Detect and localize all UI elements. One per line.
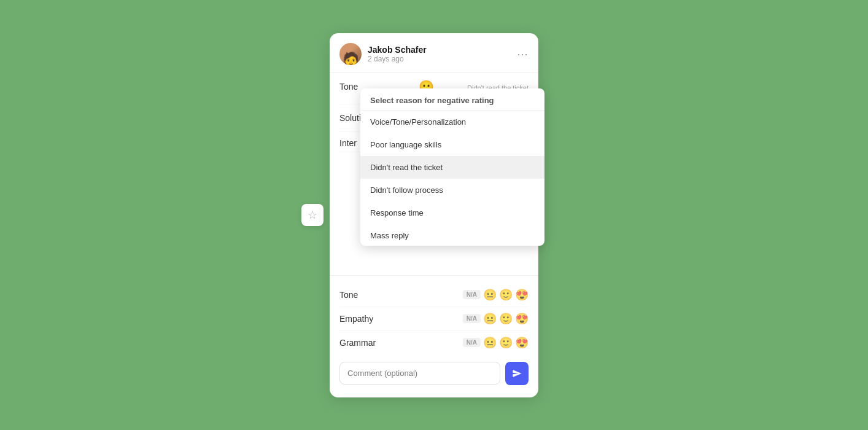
more-menu-button[interactable]: ⋯ xyxy=(517,49,529,60)
dropdown-list: Voice/Tone/Personalization Poor language… xyxy=(360,111,544,246)
bottom-row-grammar: Grammar N/A 😐 🙂 😍 xyxy=(339,331,529,354)
user-name: Jakob Schafer xyxy=(368,45,427,55)
bottom-empathy-label: Empathy xyxy=(339,314,373,324)
bottom-grammar-label: Grammar xyxy=(339,338,376,348)
empathy-love-btn[interactable]: 😍 xyxy=(515,312,529,326)
empathy-smile-btn[interactable]: 🙂 xyxy=(499,312,513,326)
dropdown-item-response-time[interactable]: Response time xyxy=(360,201,544,224)
send-icon xyxy=(512,369,522,378)
tone-smile-btn[interactable]: 🙂 xyxy=(499,288,513,302)
star-button[interactable]: ☆ xyxy=(301,204,324,226)
star-icon: ☆ xyxy=(308,208,317,222)
rating-card: 🧑 Jakob Schafer 2 days ago ⋯ Tone 😐 Didn… xyxy=(330,33,538,397)
comment-input[interactable] xyxy=(339,362,500,385)
tone-label: Tone xyxy=(339,82,358,92)
dropdown-item-didnt-follow[interactable]: Didn't follow process xyxy=(360,179,544,201)
reason-dropdown: Select reason for negative rating Voice/… xyxy=(360,88,544,246)
tone-neutral-btn[interactable]: 😐 xyxy=(483,288,497,302)
send-button[interactable] xyxy=(505,362,529,385)
tone-emoji-group: N/A 😐 🙂 😍 xyxy=(463,288,529,302)
user-details: Jakob Schafer 2 days ago xyxy=(368,45,427,63)
card-header: 🧑 Jakob Schafer 2 days ago ⋯ xyxy=(330,33,538,73)
dropdown-item-poor-language[interactable]: Poor language skills xyxy=(360,133,544,156)
tone-love-btn[interactable]: 😍 xyxy=(515,288,529,302)
tone-na-badge[interactable]: N/A xyxy=(463,290,481,299)
empathy-neutral-btn[interactable]: 😐 xyxy=(483,312,497,326)
grammar-na-badge[interactable]: N/A xyxy=(463,338,481,347)
grammar-love-btn[interactable]: 😍 xyxy=(515,336,529,350)
bottom-section: Tone N/A 😐 🙂 😍 Empathy N/A 😐 🙂 😍 xyxy=(330,275,538,354)
comment-area xyxy=(330,354,538,388)
dropdown-header: Select reason for negative rating xyxy=(360,88,544,111)
dropdown-item-didnt-read[interactable]: Didn't read the ticket xyxy=(360,156,544,179)
empathy-emoji-group: N/A 😐 🙂 😍 xyxy=(463,312,529,326)
grammar-emoji-group: N/A 😐 🙂 😍 xyxy=(463,336,529,350)
user-time: 2 days ago xyxy=(368,55,427,63)
dropdown-item-voice-tone[interactable]: Voice/Tone/Personalization xyxy=(360,111,544,133)
user-info: 🧑 Jakob Schafer 2 days ago xyxy=(339,43,427,65)
dropdown-item-mass-reply[interactable]: Mass reply xyxy=(360,224,544,246)
empathy-na-badge[interactable]: N/A xyxy=(463,314,481,323)
avatar: 🧑 xyxy=(339,43,362,65)
inter-label: Inter xyxy=(339,138,357,148)
grammar-smile-btn[interactable]: 🙂 xyxy=(499,336,513,350)
bottom-row-tone: Tone N/A 😐 🙂 😍 xyxy=(339,283,529,307)
bottom-tone-label: Tone xyxy=(339,290,358,300)
bottom-row-empathy: Empathy N/A 😐 🙂 😍 xyxy=(339,307,529,331)
grammar-neutral-btn[interactable]: 😐 xyxy=(483,336,497,350)
avatar-emoji: 🧑 xyxy=(343,53,359,65)
